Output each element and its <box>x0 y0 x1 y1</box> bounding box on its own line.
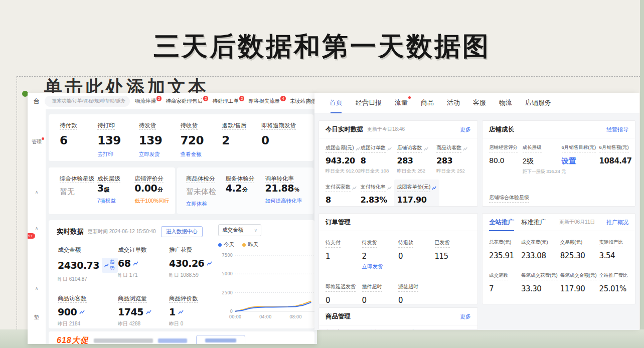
metric-cell: 店铺经营评分 80.0 <box>489 144 523 175</box>
rights-link[interactable]: 7项权益 <box>97 198 135 205</box>
trend-icon[interactable] <box>178 310 184 314</box>
ship-now-link[interactable]: 立即发货 <box>362 263 399 270</box>
tab-products[interactable]: 商品 <box>421 98 434 107</box>
metric-cell: 服务体验分 4.2分 <box>226 175 265 214</box>
metric-cell: 推广花费 430.26 昨日 1088.59 <box>169 246 215 283</box>
metric-cell: 商品评价数 1 昨日 0 <box>169 295 215 327</box>
metric-cell: 即将延迟发货 0 <box>326 283 362 304</box>
svg-text:00:00: 00:00 <box>229 314 242 319</box>
notification-dot <box>408 96 411 99</box>
metric-select[interactable]: 成交金额 ∨ <box>218 224 261 236</box>
promo-banner-card: 618大促 <box>49 331 314 344</box>
check-now-link[interactable]: 立即体检 <box>186 201 226 208</box>
metric-cell: 派签超时 0 <box>398 283 435 304</box>
trend-icon[interactable] <box>133 261 138 266</box>
svg-text:04:00: 04:00 <box>259 314 272 319</box>
trend-icon <box>387 186 392 190</box>
metric-cell: 全站推广费比 25.01% <box>599 272 628 293</box>
nav-item-logistics-stalled[interactable]: 物流停滞2 <box>135 98 162 105</box>
left-dashboard-screenshot: 台 搜索功能/订单/课程/规则/帮助/服务 物流停滞2 待商家处理售后2 待处理… <box>28 93 317 344</box>
metric-cell: 商品体检分 暂未体检 立即体检 <box>186 175 226 214</box>
metric-cell: 即将逾期发货 0 <box>261 122 308 161</box>
svg-text:0: 0 <box>230 309 233 314</box>
metric-cell: 退款/售后 2 <box>222 122 261 161</box>
sidebar-item-fragment: 垫 <box>28 314 46 321</box>
trend-icon[interactable] <box>432 186 436 190</box>
more-link[interactable]: 更多 <box>460 313 471 320</box>
metric-cell: 实际投产比 3.54 <box>599 239 628 260</box>
trend-icon <box>356 147 360 151</box>
metric-cell: 成交金额 2430.73 趋势 昨日 6104.87 <box>58 246 118 283</box>
metric-cell: 每笔成交花费(元) 33.30 <box>521 272 560 293</box>
realtime-title: 实时数据 <box>57 227 84 236</box>
illegible-link-bar <box>158 338 187 343</box>
tab-activities[interactable]: 活动 <box>447 98 460 107</box>
realtime-card: 实时数据 更新时间 2024-06-12 15:50:40 进入数据中心 成交金… <box>49 220 314 328</box>
left-sidebar: 管理 ∧ ∧ 9+ ∧ 垫 <box>28 109 46 344</box>
realtime-updated: 更新时间 2024-06-12 15:50:40 <box>88 228 156 235</box>
trend-icon <box>387 147 392 151</box>
nav-item-pending-tickets[interactable]: 待处理工单2 <box>212 98 244 105</box>
sidebar-item-manage[interactable]: 管理 <box>28 138 46 145</box>
trend-icon[interactable] <box>146 310 151 314</box>
left-content-area: 待付款 6 待打印 139 去打印 待发货 139 立即发货 待收货 720 <box>46 109 317 344</box>
promo-title: 618大促 <box>57 335 89 344</box>
nav-item-traffic-loss[interactable]: 即将损失流量4 <box>248 98 285 105</box>
tab-shop-services[interactable]: 店铺服务 <box>525 98 551 107</box>
metric-cell: 待支付 1 <box>326 239 362 270</box>
shop-growth-card: 店铺成长 经营指导 店铺经营评分 80.0 成长层级 2级 距下一层级 316.… <box>482 120 635 207</box>
nav-badge: 2 <box>203 96 208 101</box>
chevron-up-icon[interactable]: ∧ <box>28 286 46 291</box>
metric-cell: 揽件超时 0 <box>362 283 399 304</box>
nav-badge: 4 <box>280 96 285 101</box>
set-target-link[interactable]: 设置 <box>562 156 599 166</box>
metric-cell: 支付转化率 2.83% 昨日全天 42.46% <box>361 184 397 207</box>
metric-cell: 待退款 0 <box>398 239 435 270</box>
metric-cell: 交易额(元) 825.30 <box>560 239 599 260</box>
tab-traffic[interactable]: 流量 <box>395 98 408 107</box>
metric-cell: 成交花费(元) 233.08 <box>521 239 560 260</box>
metric-cell-highlight: 成团客单价(元) 117.90 昨日全天 8.52 <box>394 180 440 207</box>
more-link[interactable]: 更多 <box>460 126 471 133</box>
product-management-card: 商品管理 更多 在售中 已售罄 已下架 <box>318 307 478 330</box>
metric-cell: 商品访客数 283 昨日全天 252 <box>436 144 471 175</box>
metric-cell: 店铺评价分 0.00分 低于100%同行 <box>134 175 172 214</box>
metric-cell: 成长层级 3级 7项权益 <box>97 175 135 214</box>
trend-icon[interactable] <box>207 261 212 266</box>
tab-service[interactable]: 客服 <box>473 98 486 107</box>
svg-text:5000: 5000 <box>222 271 233 276</box>
tab-logistics[interactable]: 物流 <box>499 98 512 107</box>
metric-cell: 询单转化率 21.88% 如何提高转化率 <box>265 175 310 214</box>
nav-item-pending-aftersale[interactable]: 待商家处理售后2 <box>166 98 208 105</box>
promo-button[interactable] <box>196 335 245 344</box>
data-center-button[interactable]: 进入数据中心 <box>161 226 203 237</box>
realtime-chart-block: 成交金额 ∨ 今天 昨天 025005000750000:0004:0008:0… <box>218 224 316 322</box>
right-tabbar: 首页 经营日报 流量 商品 活动 客服 物流 店铺服务 <box>314 93 639 113</box>
trend-chip[interactable]: 趋势 <box>102 258 118 273</box>
business-guide-link[interactable]: 经营指导 <box>606 126 628 133</box>
search-input[interactable]: 搜索功能/订单/课程/规则/帮助/服务 <box>45 96 130 107</box>
tab-standard-promo[interactable]: 标准推广 <box>521 218 546 227</box>
trend-icon[interactable] <box>79 310 85 314</box>
search-placeholder: 搜索功能/订单/课程/规则/帮助/服务 <box>52 98 125 104</box>
chevron-up-icon[interactable]: ∧ <box>28 190 46 195</box>
todo-card: 待付款 6 待打印 139 去打印 待发货 139 立即发货 待收货 720 <box>49 114 313 161</box>
improve-conversion-link[interactable]: 如何提高转化率 <box>265 198 310 205</box>
nav-badge: 2 <box>239 96 244 101</box>
chevron-up-icon[interactable]: ∧ <box>28 226 46 231</box>
go-print-link[interactable]: 去打印 <box>97 151 139 158</box>
tab-sitewide-promo[interactable]: 全站推广 <box>489 218 514 227</box>
view-amount-link[interactable]: 查看金额 <box>180 151 222 158</box>
logo-fragment: 台 <box>31 97 43 106</box>
tab-daily-report[interactable]: 经营日报 <box>356 98 382 107</box>
right-dashboard-screenshot: 首页 经营日报 流量 商品 活动 客服 物流 店铺服务 今日实时数据 更新于今日… <box>314 93 639 330</box>
line-chart: 025005000750000:0004:0008:00 <box>218 248 316 322</box>
trend-icon <box>463 147 467 151</box>
svg-text:2500: 2500 <box>222 290 233 295</box>
metric-cell: 6月销售目标(元) 设置 <box>562 144 599 175</box>
promo-overview-link[interactable]: 推广概况 <box>606 219 628 226</box>
order-management-card: 订单管理 待支付 1 待发货 2 立即发货 待退款 0 已发货 1 <box>318 213 478 304</box>
tab-home[interactable]: 首页 <box>330 98 343 107</box>
ship-now-link[interactable]: 立即发货 <box>139 151 181 158</box>
notification-dot <box>42 137 44 140</box>
